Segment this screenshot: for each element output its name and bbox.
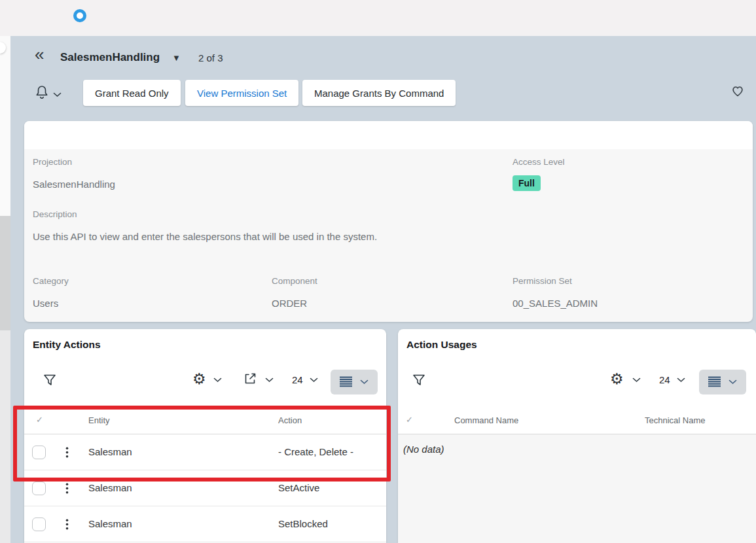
manage-grants-by-command-button[interactable]: Manage Grants By Command xyxy=(302,80,456,106)
table-row[interactable]: Salesman - Create, Delete - xyxy=(24,434,386,470)
action-usages-panel: Action Usages ⚙ 24 ✓ Command Name Techni… xyxy=(398,329,756,543)
no-data-message: (No data) xyxy=(403,444,444,455)
permission-set-label: Permission Set xyxy=(513,276,572,286)
table-row[interactable]: Salesman SetActive xyxy=(24,470,386,506)
view-mode-chevron-icon xyxy=(360,379,369,385)
cell-action: SetActive xyxy=(278,482,319,493)
row-checkbox[interactable] xyxy=(32,446,46,459)
action-usages-title: Action Usages xyxy=(406,339,477,351)
cell-action: SetBlocked xyxy=(278,518,328,529)
description-value: Use this API to view and enter the sales… xyxy=(33,231,377,242)
column-header-action[interactable]: Action xyxy=(278,415,302,425)
left-rail-middle xyxy=(0,216,10,330)
component-label: Component xyxy=(272,276,317,286)
left-rail-bottom xyxy=(0,330,10,543)
settings-gear-icon[interactable]: ⚙ xyxy=(192,372,206,387)
list-view-icon xyxy=(339,376,353,387)
collapse-back-icon[interactable]: « xyxy=(35,46,44,63)
export-share-icon[interactable] xyxy=(243,372,257,385)
settings-gear-icon[interactable]: ⚙ xyxy=(610,372,624,387)
view-permission-set-button[interactable]: View Permission Set xyxy=(185,80,298,106)
row-menu-kebab-icon[interactable] xyxy=(65,519,69,530)
details-card-header xyxy=(24,121,753,149)
category-label: Category xyxy=(33,276,69,286)
category-value: Users xyxy=(33,298,58,309)
favorite-heart-icon[interactable] xyxy=(730,83,746,97)
view-mode-button[interactable] xyxy=(331,370,378,394)
view-mode-button[interactable] xyxy=(699,370,746,394)
notifications-bell-icon[interactable] xyxy=(34,84,50,101)
description-label: Description xyxy=(33,209,77,219)
page-size-selector[interactable]: 24 xyxy=(659,374,670,385)
details-card: Projection SalesmenHandling Access Level… xyxy=(24,121,753,322)
row-menu-kebab-icon[interactable] xyxy=(65,483,69,494)
column-header-command-name[interactable]: Command Name xyxy=(454,415,518,425)
component-value: ORDER xyxy=(272,298,307,309)
page-size-selector[interactable]: 24 xyxy=(292,374,303,385)
top-bar xyxy=(0,0,756,36)
title-dropdown-caret-icon[interactable]: ▼ xyxy=(172,53,181,63)
bell-dropdown-chevron-icon[interactable] xyxy=(53,92,62,97)
gear-dropdown-chevron-icon[interactable] xyxy=(213,377,222,383)
page-size-chevron-icon[interactable] xyxy=(310,377,318,383)
cell-action: - Create, Delete - xyxy=(278,446,353,457)
access-level-badge: Full xyxy=(513,175,541,191)
entity-actions-panel: Entity Actions ⚙ 24 ✓ Entity Action Sale… xyxy=(24,329,386,543)
cell-entity: Salesman xyxy=(88,482,132,493)
select-all-check-icon[interactable]: ✓ xyxy=(406,415,413,425)
cell-entity: Salesman xyxy=(88,446,132,457)
column-header-entity[interactable]: Entity xyxy=(88,415,110,425)
grant-read-only-button[interactable]: Grant Read Only xyxy=(83,80,181,106)
column-header-technical-name[interactable]: Technical Name xyxy=(645,415,706,425)
filter-icon[interactable] xyxy=(411,372,427,388)
access-level-label: Access Level xyxy=(513,157,565,167)
projection-label: Projection xyxy=(33,157,72,167)
permission-set-value: 00_SALES_ADMIN xyxy=(513,298,598,309)
list-view-icon xyxy=(708,376,721,387)
view-mode-chevron-icon xyxy=(729,379,737,385)
projection-value: SalesmenHandling xyxy=(33,179,115,190)
left-rail-top xyxy=(0,36,10,216)
select-all-check-icon[interactable]: ✓ xyxy=(36,415,43,425)
gear-dropdown-chevron-icon[interactable] xyxy=(632,377,641,383)
row-checkbox[interactable] xyxy=(32,517,46,531)
page-size-chevron-icon[interactable] xyxy=(677,377,685,383)
table-row[interactable]: Salesman SetBlocked xyxy=(24,506,386,542)
row-menu-kebab-icon[interactable] xyxy=(65,447,69,458)
action-usages-table-header: ✓ Command Name Technical Name xyxy=(398,407,756,434)
cell-entity: Salesman xyxy=(88,518,132,529)
app-logo-icon xyxy=(73,9,86,22)
export-dropdown-chevron-icon[interactable] xyxy=(265,377,274,383)
row-checkbox[interactable] xyxy=(32,482,46,495)
entity-actions-title: Entity Actions xyxy=(33,339,101,351)
record-position: 2 of 3 xyxy=(198,52,223,63)
entity-actions-table-header: ✓ Entity Action xyxy=(24,407,386,434)
action-usages-empty-body: (No data) xyxy=(398,434,756,543)
page-title: SalesmenHandling xyxy=(60,51,160,64)
filter-icon[interactable] xyxy=(42,372,58,388)
